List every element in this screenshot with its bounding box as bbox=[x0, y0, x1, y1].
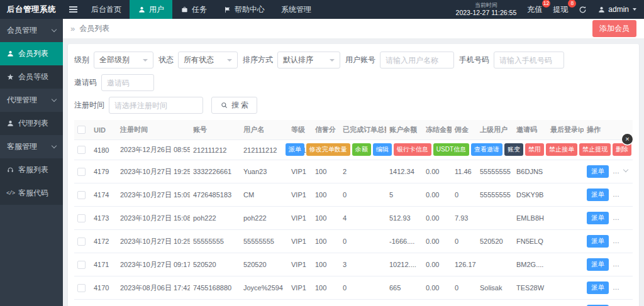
level-select[interactable]: 全部级别 bbox=[94, 52, 153, 68]
sidebar-item[interactable]: </>客服代码 bbox=[0, 182, 63, 205]
row-checkbox[interactable] bbox=[77, 214, 86, 222]
row-action-button[interactable]: USDT信息 bbox=[433, 143, 469, 156]
dispatch-order-button[interactable]: 派单 bbox=[587, 258, 609, 271]
regtime-filter-label: 注册时间 bbox=[74, 100, 104, 111]
chevron-down-icon bbox=[52, 27, 57, 32]
sidebar-section[interactable]: 会员管理 bbox=[0, 19, 63, 42]
chevron-down-icon bbox=[52, 97, 57, 102]
column-header: 账号 bbox=[190, 120, 240, 140]
menu-toggle-icon[interactable] bbox=[63, 0, 83, 19]
sidebar: 会员管理会员列表会员等级代理管理代理列表客服管理客服列表</>客服代码 bbox=[0, 19, 63, 306]
row-action-button[interactable]: 账变 bbox=[504, 143, 523, 156]
star-icon bbox=[6, 74, 14, 80]
column-header: 等级 bbox=[288, 120, 312, 140]
sidebar-section[interactable]: 代理管理 bbox=[0, 89, 63, 112]
table-cell: 0 bbox=[452, 183, 477, 207]
more-actions[interactable]: … bbox=[613, 260, 620, 268]
row-action-button[interactable]: 编辑 bbox=[373, 143, 392, 156]
table-cell: 0 bbox=[340, 230, 386, 253]
table-header-row: UID注册时间账号用户名等级信誉分已完成订单总数账户余额冻结金额佣金上级用户邀请… bbox=[74, 120, 633, 140]
dispatch-order-button[interactable]: 派单 bbox=[587, 281, 609, 294]
refresh-icon[interactable] bbox=[579, 6, 587, 14]
admin-menu[interactable]: admin bbox=[597, 5, 636, 14]
row-action-button[interactable]: 派单 bbox=[286, 143, 304, 156]
dispatch-order-button[interactable]: 派单 bbox=[587, 235, 609, 248]
table-cell: 5 bbox=[386, 183, 423, 207]
sort-select[interactable]: 默认排序 bbox=[277, 52, 340, 68]
filter-bar: 级别 全部级别 状态 所有状态 排序方式 默认排序 用户账号 bbox=[74, 50, 633, 120]
nav-home[interactable]: 后台首页 bbox=[83, 0, 130, 19]
row-action-button[interactable]: 删除 bbox=[613, 143, 631, 156]
add-member-button[interactable]: 添加会员 bbox=[592, 20, 636, 37]
actions-cell: 派单… bbox=[584, 207, 633, 230]
row-checkbox[interactable] bbox=[77, 261, 86, 269]
row-checkbox[interactable] bbox=[77, 191, 86, 199]
table-cell: 126.17 bbox=[452, 253, 477, 276]
nav-system[interactable]: 系统管理 bbox=[273, 0, 319, 19]
table-cell: Solisak bbox=[477, 276, 513, 300]
sidebar-item[interactable]: 客服列表 bbox=[0, 158, 63, 182]
search-button[interactable]: 搜 索 bbox=[211, 97, 257, 114]
column-header: 账户余额 bbox=[386, 120, 423, 140]
table-cell: 55555555 bbox=[240, 230, 288, 253]
row-checkbox[interactable] bbox=[77, 168, 86, 176]
dispatch-order-button[interactable]: 派单 bbox=[587, 165, 609, 178]
table-wrap: UID注册时间账号用户名等级信誉分已完成订单总数账户余额冻结金额佣金上级用户邀请… bbox=[74, 120, 633, 306]
table-cell: B6DJNS bbox=[513, 160, 547, 183]
more-actions[interactable]: … bbox=[613, 190, 620, 198]
column-header: 邀请码 bbox=[513, 120, 547, 140]
status-filter-label: 状态 bbox=[158, 55, 174, 65]
table-row: 41792023年10月27日 19:25:483332226661Yuan23… bbox=[74, 160, 633, 183]
code-icon: </> bbox=[6, 190, 14, 197]
nav-users[interactable]: 用户 bbox=[130, 0, 172, 19]
sidebar-item[interactable]: 代理列表 bbox=[0, 112, 63, 135]
row-action-button[interactable]: 余额 bbox=[352, 143, 371, 156]
select-all-checkbox[interactable] bbox=[77, 126, 86, 134]
row-expand-chevron-icon[interactable] bbox=[623, 167, 628, 172]
recharge-link[interactable]: 充值 12 bbox=[527, 4, 542, 15]
table-cell: 100 bbox=[312, 207, 340, 230]
more-actions[interactable]: … bbox=[613, 283, 620, 291]
register-time-input[interactable] bbox=[109, 97, 203, 114]
row-checkbox[interactable] bbox=[77, 238, 86, 246]
row-action-button[interactable]: 禁止提现 bbox=[579, 143, 611, 156]
invite-code-input[interactable] bbox=[101, 74, 154, 91]
sidebar-section[interactable]: 客服管理 bbox=[0, 135, 63, 158]
table-cell bbox=[477, 253, 513, 276]
withdraw-badge: 8 bbox=[568, 0, 576, 8]
row-action-button[interactable]: 查看邀请 bbox=[471, 143, 502, 156]
phone-input[interactable] bbox=[494, 52, 564, 68]
table-cell: poh222 bbox=[240, 207, 288, 230]
table-cell bbox=[547, 276, 584, 300]
column-header: UID bbox=[91, 120, 117, 140]
withdraw-link[interactable]: 提现 8 bbox=[553, 4, 568, 15]
nav-help[interactable]: 帮助中心 bbox=[215, 0, 273, 19]
table-cell: 0.00 bbox=[423, 183, 452, 207]
more-actions[interactable]: … bbox=[613, 167, 620, 175]
table-cell: 1412.34 bbox=[386, 160, 423, 183]
row-action-button[interactable]: 禁止接单 bbox=[546, 143, 577, 156]
dispatch-order-button[interactable]: 派单 bbox=[587, 189, 609, 201]
more-actions[interactable]: … bbox=[613, 237, 620, 244]
status-select[interactable]: 所有状态 bbox=[178, 52, 238, 68]
actions-cell: 派单… bbox=[584, 300, 633, 306]
nav-tasks[interactable]: 任务 bbox=[172, 0, 215, 19]
chevron-down-icon bbox=[143, 59, 148, 62]
more-actions[interactable]: … bbox=[613, 214, 620, 221]
table-cell: VIP1 bbox=[288, 300, 312, 306]
row-action-button[interactable]: 银行卡信息 bbox=[394, 143, 431, 156]
row-action-button[interactable]: 修改完单数量 bbox=[306, 143, 350, 156]
table-cell: 2023年10月27日 19:25:48 bbox=[117, 160, 190, 183]
sidebar-item[interactable]: 会员等级 bbox=[0, 65, 63, 89]
sidebar-item[interactable]: 会员列表 bbox=[0, 42, 63, 65]
row-checkbox[interactable] bbox=[77, 146, 86, 154]
username-input[interactable] bbox=[380, 52, 454, 68]
table-cell: 4172 bbox=[91, 230, 117, 253]
column-header: 冻结金额 bbox=[423, 120, 452, 140]
row-checkbox[interactable] bbox=[77, 284, 86, 292]
row-action-button[interactable]: 禁用 bbox=[525, 143, 544, 156]
sidebar-item-label: 客服列表 bbox=[18, 165, 48, 175]
dispatch-order-button[interactable]: 派单 bbox=[587, 212, 609, 224]
close-icon[interactable]: × bbox=[622, 134, 633, 145]
table-cell: DSKY9B bbox=[513, 183, 547, 207]
